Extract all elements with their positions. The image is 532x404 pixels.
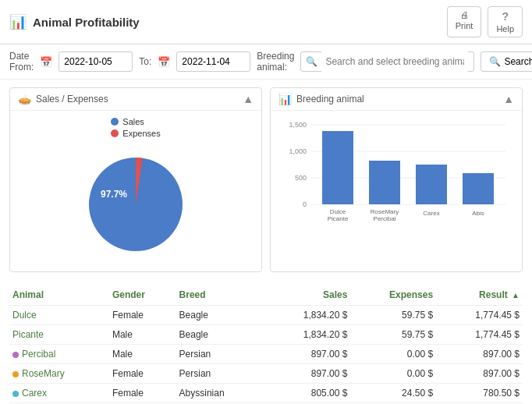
- cell-expenses: 0.00 $: [350, 345, 436, 364]
- y-label-1000: 1,000: [289, 147, 307, 155]
- animal-link[interactable]: Carex: [22, 388, 47, 399]
- legend-sales-label: Sales: [122, 117, 144, 126]
- col-gender: Gender: [109, 285, 176, 306]
- cell-gender: Female: [109, 306, 176, 325]
- x-label-picante: Picante: [328, 215, 349, 222]
- breeding-animal-input[interactable]: [321, 51, 469, 72]
- table-section: Animal Gender Breed Sales Expenses Resul…: [0, 280, 532, 404]
- cell-breed: Beagle: [176, 325, 264, 345]
- cell-result: 897.00 $: [436, 364, 523, 384]
- pie-chart-card: 🥧 Sales / Expenses ▲ Sales Expenses: [9, 87, 262, 272]
- bar-chart-title-area: 📊 Breeding animal: [278, 93, 364, 105]
- charts-row: 🥧 Sales / Expenses ▲ Sales Expenses: [0, 80, 532, 280]
- help-label: Help: [496, 24, 514, 34]
- calendar-from-icon: 📅: [40, 56, 52, 68]
- cell-animal: Percibal: [9, 345, 109, 364]
- animal-dot: [12, 391, 19, 397]
- bar-chart-svg: 1,500 1,000 500 0 Dulce P: [283, 117, 509, 230]
- breeding-animal-label: Breeding animal:: [257, 51, 294, 73]
- cell-gender: Female: [109, 384, 176, 403]
- y-label-1500: 1,500: [289, 121, 307, 129]
- search-button[interactable]: 🔍 Search: [481, 51, 532, 72]
- sort-icon: ▲: [512, 291, 520, 299]
- bar-chart-icon: 📊: [278, 93, 292, 105]
- pie-chart-icon: 🥧: [18, 93, 31, 105]
- bar-chart-body: 1,500 1,000 500 0 Dulce P: [271, 111, 522, 236]
- search-btn-icon: 🔍: [489, 56, 501, 67]
- cell-result: 1,774.45 $: [436, 325, 523, 345]
- animal-link[interactable]: RoseMary: [22, 368, 65, 379]
- help-button[interactable]: ? Help: [488, 6, 523, 37]
- pie-collapse-button[interactable]: ▲: [243, 93, 254, 105]
- legend-sales: Sales: [111, 117, 160, 126]
- x-label-carex: Carex: [423, 210, 439, 217]
- legend-expenses-dot: [111, 129, 119, 137]
- table-row: DulceFemaleBeagle1,834.20 $59.75 $1,774.…: [9, 306, 523, 325]
- pie-chart-container: Sales Expenses: [16, 117, 255, 265]
- cell-gender: Male: [109, 345, 176, 364]
- cell-animal: Carex: [9, 384, 109, 403]
- animal-link[interactable]: Picante: [12, 329, 44, 340]
- cell-gender: Male: [109, 325, 176, 345]
- table-row: PicanteMaleBeagle1,834.20 $59.75 $1,774.…: [9, 325, 523, 345]
- cell-result: 897.00 $: [436, 345, 523, 364]
- pie-chart-svg-wrap: 97.7%: [77, 146, 194, 265]
- cell-breed: Abyssinian: [176, 384, 264, 403]
- bar-dulce-picante: [322, 131, 353, 204]
- col-result: Result ▲: [436, 285, 523, 306]
- pie-chart-title: Sales / Expenses: [36, 94, 108, 105]
- x-label-abis: Abis: [472, 210, 484, 217]
- y-label-0: 0: [303, 200, 307, 208]
- col-sales: Sales: [264, 285, 351, 306]
- cell-result: 1,774.45 $: [436, 306, 523, 325]
- bar-chart-card: 📊 Breeding animal ▲ 1,500 1,000 500 0: [270, 87, 523, 272]
- bar-carex: [416, 165, 447, 204]
- date-from-input[interactable]: [59, 51, 133, 72]
- bar-chart-header: 📊 Breeding animal ▲: [271, 88, 522, 111]
- table-row: RoseMaryFemalePersian897.00 $0.00 $897.0…: [9, 364, 523, 384]
- bar-rosemary-percibal: [369, 161, 400, 204]
- cell-breed: Persian: [176, 345, 264, 364]
- toolbar: Date From: 📅 To: 📅 Breeding animal: 🔍 🔍 …: [0, 44, 532, 80]
- cell-result: 780.50 $: [436, 384, 523, 403]
- app-header: 📊 Animal Profitability 🖨 Print ? Help: [0, 0, 532, 44]
- cell-breed: Persian: [176, 364, 264, 384]
- bar-chart-title: Breeding animal: [296, 94, 364, 105]
- cell-sales: 897.00 $: [264, 345, 351, 364]
- animal-dot: [12, 352, 19, 358]
- pie-chart-title-area: 🥧 Sales / Expenses: [18, 93, 108, 105]
- x-label-percibal: Percibal: [374, 215, 396, 222]
- page-title: Animal Profitability: [33, 16, 140, 29]
- cell-expenses: 0.00 $: [350, 364, 436, 384]
- animal-link[interactable]: Percibal: [22, 349, 55, 360]
- bar-abis: [463, 173, 494, 204]
- col-breed: Breed: [176, 285, 264, 306]
- cell-animal: Picante: [9, 325, 109, 345]
- results-table: Animal Gender Breed Sales Expenses Resul…: [9, 285, 523, 404]
- date-to-input[interactable]: [176, 51, 250, 72]
- legend-expenses: Expenses: [111, 129, 160, 138]
- cell-sales: 1,834.20 $: [264, 306, 351, 325]
- search-icon: 🔍: [306, 56, 317, 67]
- table-row: CarexFemaleAbyssinian805.00 $24.50 $780.…: [9, 384, 523, 403]
- date-from-label: Date From:: [9, 51, 34, 73]
- chart-icon: 📊: [9, 13, 27, 30]
- header-actions: 🖨 Print ? Help: [447, 6, 523, 37]
- print-label: Print: [456, 21, 473, 30]
- pie-percentage-label: 97.7%: [101, 189, 127, 200]
- col-expenses: Expenses: [350, 285, 436, 306]
- cell-expenses: 59.75 $: [350, 306, 436, 325]
- cell-animal: RoseMary: [9, 364, 109, 384]
- legend-expenses-label: Expenses: [122, 129, 160, 138]
- search-btn-label: Search: [504, 56, 532, 67]
- animal-link[interactable]: Dulce: [12, 310, 37, 321]
- cell-sales: 805.00 $: [264, 384, 351, 403]
- print-button[interactable]: 🖨 Print: [447, 6, 482, 37]
- x-label-dulce: Dulce: [330, 208, 346, 215]
- bar-collapse-button[interactable]: ▲: [503, 93, 514, 105]
- table-row: PercibalMalePersian897.00 $0.00 $897.00 …: [9, 345, 523, 364]
- animal-dot: [12, 371, 19, 377]
- table-body: DulceFemaleBeagle1,834.20 $59.75 $1,774.…: [9, 306, 523, 405]
- header-left: 📊 Animal Profitability: [9, 13, 140, 30]
- col-animal: Animal: [9, 285, 109, 306]
